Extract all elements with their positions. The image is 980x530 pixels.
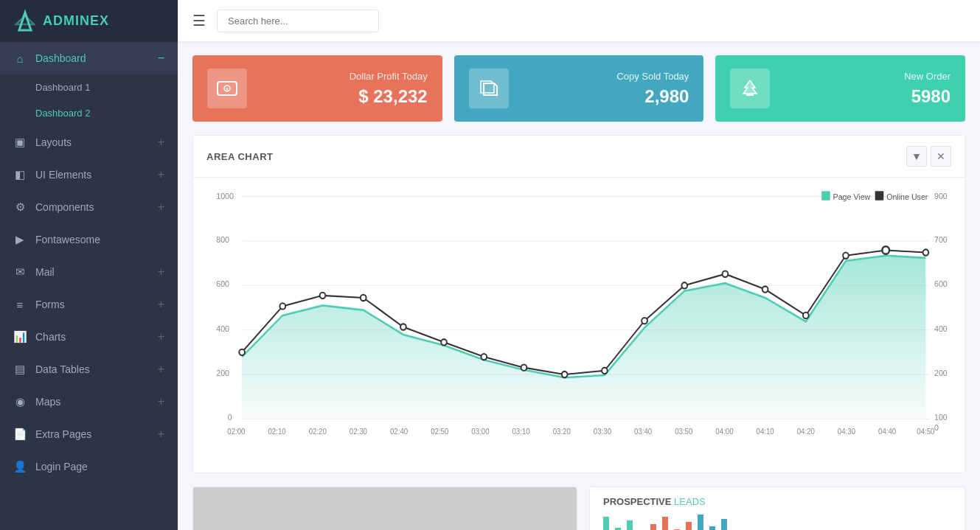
stat-value-dollar-profit: $ 23,232 [260, 86, 428, 107]
main-content: ☰ $ Dollar Profit Today $ 23,232 [178, 0, 980, 530]
sidebar-item-maps[interactable]: ◉ Maps + [0, 386, 178, 418]
svg-text:100: 100 [934, 413, 948, 422]
chart-close-button[interactable]: ✕ [931, 146, 951, 167]
leads-bars [603, 513, 951, 530]
svg-marker-25 [242, 256, 925, 419]
bottom-left-panel [192, 487, 577, 530]
sidebar-item-label: UI Elements [35, 169, 149, 181]
stat-info-new-order: New Order 5980 [783, 71, 951, 107]
svg-point-43 [923, 249, 929, 255]
layouts-expand-icon: + [158, 136, 164, 149]
svg-text:600: 600 [934, 279, 948, 288]
stat-card-dollar-profit: $ Dollar Profit Today $ 23,232 [192, 55, 442, 122]
lead-bar [603, 517, 609, 530]
svg-point-39 [762, 286, 768, 292]
svg-text:04:00: 04:00 [715, 428, 734, 436]
svg-text:04:20: 04:20 [797, 428, 816, 436]
svg-text:04:40: 04:40 [878, 428, 897, 436]
sidebar-item-components[interactable]: ⚙ Components + [0, 191, 178, 223]
search-input[interactable] [217, 10, 379, 32]
svg-text:1000: 1000 [216, 191, 234, 200]
logo: ADMINEX [0, 0, 178, 42]
svg-text:03:30: 03:30 [594, 428, 612, 436]
sidebar-item-label: Components [35, 201, 149, 213]
sidebar-item-label: Login Page [35, 461, 164, 473]
sidebar-item-label: Mail [35, 266, 149, 278]
lead-bar [662, 517, 668, 530]
svg-text:04:10: 04:10 [757, 428, 775, 436]
svg-point-37 [681, 282, 687, 288]
sidebar-item-fontawesome[interactable]: ▶ Fontawesome [0, 223, 178, 256]
svg-text:800: 800 [216, 235, 229, 244]
sidebar-item-label: Layouts [35, 136, 149, 148]
svg-text:0: 0 [934, 423, 939, 432]
svg-text:02:30: 02:30 [350, 428, 368, 436]
sidebar-item-dashboard[interactable]: ⌂ Dashboard − [0, 42, 178, 74]
sidebar-item-mail[interactable]: ✉ Mail + [0, 256, 178, 288]
sidebar-item-dashboard-1[interactable]: Dashboard 1 [0, 74, 178, 100]
header: ☰ [178, 0, 980, 42]
sidebar-item-dashboard-2[interactable]: Dashboard 2 [0, 100, 178, 126]
dollar-profit-icon: $ [207, 69, 247, 108]
mail-icon: ✉ [13, 265, 27, 279]
sidebar-item-label: Forms [35, 299, 149, 310]
svg-point-28 [320, 293, 326, 299]
svg-text:02:50: 02:50 [431, 428, 449, 436]
mail-expand-icon: + [158, 265, 164, 279]
data-tables-expand-icon: + [158, 363, 164, 376]
sidebar-item-ui-elements[interactable]: ◧ UI Elements + [0, 158, 178, 191]
forms-icon: ≡ [13, 299, 27, 311]
sidebar-nav: ⌂ Dashboard − Dashboard 1 Dashboard 2 ▣ … [0, 42, 178, 530]
stat-card-new-order: New Order 5980 [715, 55, 965, 122]
sidebar-item-forms[interactable]: ≡ Forms + [0, 288, 178, 321]
svg-point-40 [803, 313, 809, 318]
stat-label-new-order: New Order [783, 71, 951, 82]
chart-collapse-button[interactable]: ▼ [906, 146, 927, 167]
sidebar-item-data-tables[interactable]: ▤ Data Tables + [0, 353, 178, 386]
dashboard-collapse-icon: − [158, 52, 164, 65]
svg-point-31 [441, 339, 447, 345]
svg-point-36 [642, 318, 647, 324]
svg-text:600: 600 [216, 279, 229, 288]
sidebar-item-label: Charts [35, 331, 149, 343]
svg-point-32 [481, 354, 487, 360]
svg-text:$: $ [226, 87, 229, 93]
svg-text:02:20: 02:20 [309, 428, 327, 436]
logo-accent: EX [90, 13, 109, 28]
svg-rect-44 [821, 191, 830, 200]
svg-rect-5 [746, 94, 754, 96]
hamburger-button[interactable]: ☰ [192, 12, 206, 29]
sidebar-item-login-page[interactable]: 👤 Login Page [0, 450, 178, 483]
sidebar-item-layouts[interactable]: ▣ Layouts + [0, 126, 178, 158]
ui-elements-expand-icon: + [158, 168, 164, 181]
chart-body: 1000 800 600 400 200 0 900 700 600 400 2… [193, 178, 965, 473]
stat-cards: $ Dollar Profit Today $ 23,232 Copy Sold… [192, 55, 965, 122]
svg-text:03:50: 03:50 [675, 428, 693, 436]
new-order-icon [730, 69, 770, 108]
sidebar-item-extra-pages[interactable]: 📄 Extra Pages + [0, 418, 178, 450]
login-icon: 👤 [13, 460, 27, 473]
svg-text:400: 400 [216, 324, 229, 332]
svg-text:02:40: 02:40 [390, 428, 409, 436]
chart-controls: ▼ ✕ [906, 146, 951, 167]
maps-expand-icon: + [158, 395, 164, 408]
copy-sold-icon [469, 69, 509, 108]
stat-value-copy-sold: 2,980 [522, 86, 689, 107]
charts-icon: 📊 [13, 330, 27, 344]
svg-marker-1 [16, 15, 34, 24]
stat-info-dollar-profit: Dollar Profit Today $ 23,232 [260, 71, 428, 107]
svg-text:900: 900 [934, 191, 948, 200]
svg-text:03:10: 03:10 [512, 428, 531, 436]
sidebar-item-charts[interactable]: 📊 Charts + [0, 321, 178, 353]
area-chart-svg: 1000 800 600 400 200 0 900 700 600 400 2… [201, 185, 957, 469]
svg-point-30 [400, 324, 406, 329]
svg-point-34 [562, 372, 568, 377]
svg-text:700: 700 [934, 235, 948, 244]
svg-text:02:00: 02:00 [227, 428, 246, 436]
stat-label-dollar-profit: Dollar Profit Today [260, 71, 428, 82]
layouts-icon: ▣ [13, 136, 27, 149]
svg-text:04:30: 04:30 [838, 428, 856, 436]
svg-text:0: 0 [228, 413, 232, 422]
charts-expand-icon: + [158, 330, 164, 344]
svg-text:Page View: Page View [833, 192, 871, 201]
